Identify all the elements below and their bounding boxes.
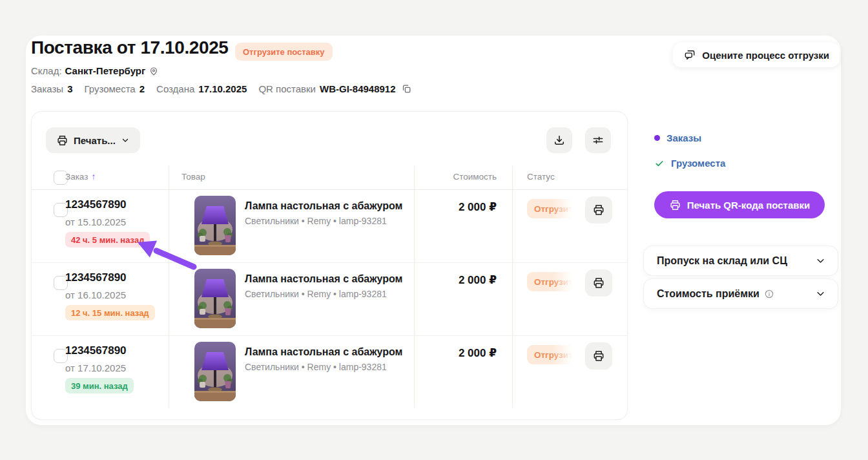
row-print-button[interactable] xyxy=(585,269,612,297)
orders-table-card: Печать... Заказ ↑ Товар Стоимость Статус… xyxy=(31,111,628,420)
time-ago-badge: 12 ч. 15 мин. назад xyxy=(65,305,155,320)
product-image xyxy=(194,196,236,255)
print-dropdown-label: Печать... xyxy=(74,135,116,146)
accordion-acceptance-cost[interactable]: Стоимость приёмки xyxy=(643,278,838,309)
qr-label: QR поставки xyxy=(258,83,316,94)
feedback-chat-icon xyxy=(683,48,696,61)
orders-count-value: 3 xyxy=(67,83,72,94)
row-print-button[interactable] xyxy=(585,196,612,224)
qr-value: WB-GI-84948912 xyxy=(320,83,396,94)
row-divider xyxy=(32,262,628,263)
download-button[interactable] xyxy=(546,127,572,153)
print-dropdown-button[interactable]: Печать... xyxy=(46,127,140,153)
printer-icon xyxy=(669,199,681,211)
supply-status-badge: Отгрузите поставку xyxy=(235,43,333,61)
cargo-count-label: Грузоместа xyxy=(84,83,135,94)
column-header-order[interactable]: Заказ ↑ xyxy=(65,172,96,182)
warehouse-value: Санкт-Петербург xyxy=(65,65,146,76)
product-image xyxy=(194,342,236,401)
chevron-down-icon xyxy=(815,288,826,299)
info-icon xyxy=(764,289,774,299)
table-header-row: Заказ ↑ Товар Стоимость Статус xyxy=(32,165,628,189)
rate-shipping-button[interactable]: Оцените процесс отгрузки xyxy=(673,43,840,67)
printer-icon xyxy=(592,277,605,289)
chevron-down-icon xyxy=(815,255,826,266)
product-title: Лампа настольная с абажуром xyxy=(245,346,402,358)
order-number: 1234567890 xyxy=(65,198,127,211)
sidebar-link-cargo[interactable]: Грузоместа xyxy=(654,158,725,169)
row-divider xyxy=(32,335,628,336)
table-row: 1234567890 от 17.10.2025 39 мин. назад Л… xyxy=(32,336,628,409)
printer-icon xyxy=(592,350,605,362)
printer-icon xyxy=(56,134,68,147)
cargo-link-label: Грузоместа xyxy=(671,158,725,169)
column-header-product: Товар xyxy=(181,172,205,182)
printer-icon xyxy=(592,204,605,216)
chevron-down-icon xyxy=(121,136,130,145)
time-ago-badge: 42 ч. 5 мин. назад xyxy=(65,232,150,247)
order-date: от 17.10.2025 xyxy=(65,362,126,373)
page-title: Поставка от 17.10.2025 xyxy=(31,37,229,58)
orders-count-label: Заказы xyxy=(31,83,63,94)
sliders-icon xyxy=(592,134,604,147)
order-date: от 16.10.2025 xyxy=(65,289,126,300)
warehouse-row: Склад: Санкт-Петербург xyxy=(31,65,159,76)
print-qr-label: Печать QR-кода поставки xyxy=(687,200,810,211)
product-subtitle: Светильники • Remy • lamp-93281 xyxy=(245,362,387,372)
column-header-status: Статус xyxy=(527,172,555,182)
order-number: 1234567890 xyxy=(65,344,127,357)
product-subtitle: Светильники • Remy • lamp-93281 xyxy=(245,289,387,299)
download-icon xyxy=(553,134,566,147)
cargo-count-value: 2 xyxy=(140,83,145,94)
row-print-button[interactable] xyxy=(585,342,612,370)
sidebar-link-orders[interactable]: Заказы xyxy=(654,132,701,143)
order-price: 2 000 ₽ xyxy=(414,346,497,360)
order-number: 1234567890 xyxy=(65,271,127,284)
table-row: 1234567890 от 16.10.2025 12 ч. 15 мин. н… xyxy=(32,263,628,336)
created-label: Создана xyxy=(156,83,194,94)
purple-dot-icon xyxy=(654,135,660,141)
warehouse-label: Склад: xyxy=(31,65,62,76)
check-icon xyxy=(654,158,665,169)
product-image xyxy=(194,269,236,328)
time-ago-badge: 39 мин. назад xyxy=(65,378,134,393)
accordion-label: Пропуск на склад или СЦ xyxy=(657,255,787,267)
order-price: 2 000 ₽ xyxy=(414,273,497,287)
created-value: 17.10.2025 xyxy=(198,83,247,94)
rate-shipping-label: Оцените процесс отгрузки xyxy=(702,50,829,61)
order-date: от 15.10.2025 xyxy=(65,216,126,227)
order-header-label: Заказ xyxy=(65,172,88,182)
accordion-warehouse-pass[interactable]: Пропуск на склад или СЦ xyxy=(643,246,838,276)
order-price: 2 000 ₽ xyxy=(414,200,497,214)
location-pin-icon xyxy=(149,66,159,76)
product-subtitle: Светильники • Remy • lamp-93281 xyxy=(245,216,387,226)
copy-icon[interactable] xyxy=(401,83,412,94)
orders-link-label: Заказы xyxy=(666,132,701,143)
table-row: 1234567890 от 15.10.2025 42 ч. 5 мин. на… xyxy=(32,190,628,263)
table-settings-button[interactable] xyxy=(585,127,611,153)
supply-meta-row: Заказы3 Грузоместа2 Создана17.10.2025 QR… xyxy=(31,83,412,94)
accordion-label: Стоимость приёмки xyxy=(657,288,760,300)
column-header-price: Стоимость xyxy=(414,172,497,182)
product-title: Лампа настольная с абажуром xyxy=(245,273,402,285)
print-qr-button[interactable]: Печать QR-кода поставки xyxy=(654,191,825,218)
sort-asc-icon: ↑ xyxy=(91,172,96,182)
product-title: Лампа настольная с абажуром xyxy=(245,200,402,212)
